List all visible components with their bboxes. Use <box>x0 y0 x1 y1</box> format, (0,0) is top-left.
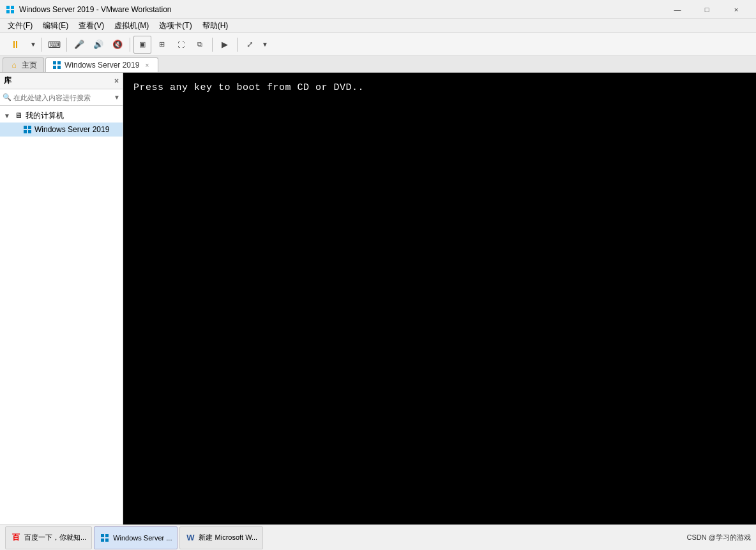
svg-rect-10 <box>24 130 27 133</box>
mute-icon: 🔇 <box>112 40 123 49</box>
tab-vm-label: Windows Server 2019 <box>64 61 139 70</box>
console-button[interactable]: ▶ <box>216 36 234 54</box>
sidebar-close-button[interactable]: × <box>114 77 119 85</box>
stretch-button[interactable]: ⤢ <box>241 36 259 54</box>
svg-rect-2 <box>6 10 10 13</box>
mic-icon: 🎤 <box>74 40 84 49</box>
vm-tree-icon <box>22 124 33 135</box>
svg-rect-13 <box>105 534 109 537</box>
main-layout: 库 × 🔍 ▼ ▼ 🖥 我的计算机 <box>0 73 756 524</box>
svg-rect-15 <box>105 539 109 542</box>
svg-rect-4 <box>53 61 56 64</box>
send-ctrl-alt-del-button[interactable]: ⌨ <box>45 36 63 54</box>
search-input[interactable] <box>13 94 112 101</box>
home-icon: ⌂ <box>10 61 19 70</box>
svg-rect-12 <box>101 534 104 537</box>
pause-icon: ⏸ <box>10 39 20 50</box>
tab-vm[interactable]: Windows Server 2019 × <box>45 57 158 72</box>
full-screen-button[interactable]: ⛶ <box>172 36 190 54</box>
taskbar-baidu[interactable]: 百 百度一下，你就知... <box>5 526 92 549</box>
pause-button[interactable]: ⏸ <box>4 36 27 54</box>
multi-monitor-button[interactable]: ⧉ <box>191 36 209 54</box>
speaker-icon: 🔊 <box>93 40 103 49</box>
svg-rect-9 <box>28 126 31 129</box>
console-icon: ▶ <box>222 40 228 49</box>
svg-rect-6 <box>53 66 56 69</box>
menu-tabs[interactable]: 选项卡(T) <box>154 19 197 33</box>
svg-rect-5 <box>57 61 61 64</box>
svg-rect-7 <box>57 66 61 69</box>
vmware-taskbar-icon <box>100 533 110 543</box>
multi-monitor-icon: ⧉ <box>197 40 202 48</box>
normal-view-button[interactable]: ▣ <box>133 36 151 54</box>
taskbar-word[interactable]: W 新建 Microsoft W... <box>179 526 263 549</box>
menu-file[interactable]: 文件(F) <box>3 19 38 33</box>
title-bar: Windows Server 2019 - VMware Workstation… <box>0 0 756 19</box>
sidebar-tree: ▼ 🖥 我的计算机 Windows Server 2019 <box>0 106 123 524</box>
window-controls: — □ × <box>663 0 751 19</box>
sidebar: 库 × 🔍 ▼ ▼ 🖥 我的计算机 <box>0 73 123 524</box>
audio-mute-button[interactable]: 🔇 <box>109 36 126 54</box>
menu-view[interactable]: 查看(V) <box>73 19 109 33</box>
taskbar-vmware-label: Windows Server ... <box>113 534 172 542</box>
vm-icon <box>52 61 61 70</box>
taskbar-word-label: 新建 Microsoft W... <box>199 533 257 542</box>
tree-root[interactable]: ▼ 🖥 我的计算机 <box>0 108 123 123</box>
tab-home-label: 主页 <box>22 60 37 71</box>
normal-view-icon: ▣ <box>139 40 146 48</box>
unity-view-icon: ⊞ <box>159 40 165 48</box>
stretch-icon: ⤢ <box>246 40 253 49</box>
window-title: Windows Server 2019 - VMware Workstation <box>19 5 663 14</box>
stretch-dropdown-button[interactable]: ▼ <box>260 36 270 54</box>
taskbar-vmware[interactable]: Windows Server ... <box>94 526 178 549</box>
taskbar: 百 百度一下，你就知... Windows Server ... W 新建 Mi… <box>0 524 756 550</box>
svg-rect-11 <box>28 130 31 133</box>
app-icon <box>5 4 15 15</box>
unity-view-button[interactable]: ⊞ <box>153 36 170 54</box>
fullscreen-icon: ⛶ <box>178 41 185 48</box>
sidebar-header: 库 × <box>0 73 123 89</box>
sidebar-search-bar: 🔍 ▼ <box>0 89 123 106</box>
svg-rect-14 <box>101 539 104 542</box>
status-csdn: CSDN @学习的游戏 <box>687 533 751 542</box>
baidu-icon: 百 <box>11 533 21 543</box>
svg-rect-1 <box>11 6 14 9</box>
separator-4 <box>212 38 213 52</box>
sidebar-title: 库 <box>4 75 11 86</box>
vm-console-area[interactable]: Press any key to boot from CD or DVD.. <box>123 73 756 524</box>
menu-bar: 文件(F) 编辑(E) 查看(V) 虚拟机(M) 选项卡(T) 帮助(H) <box>0 19 756 33</box>
menu-help[interactable]: 帮助(H) <box>197 19 234 33</box>
tab-home[interactable]: ⌂ 主页 <box>3 57 44 72</box>
tab-bar: ⌂ 主页 Windows Server 2019 × <box>0 56 756 73</box>
tree-root-label: 我的计算机 <box>26 110 64 121</box>
maximize-button[interactable]: □ <box>692 0 722 19</box>
separator-2 <box>66 38 67 52</box>
separator-3 <box>130 38 130 52</box>
audio-out-button[interactable]: 🔊 <box>89 36 107 54</box>
separator-1 <box>42 38 42 52</box>
svg-rect-3 <box>11 10 14 13</box>
tree-vm-item[interactable]: Windows Server 2019 <box>0 123 123 137</box>
search-icon: 🔍 <box>3 93 11 101</box>
tree-expand-icon: ▼ <box>4 112 11 119</box>
tree-vm-label: Windows Server 2019 <box>34 125 109 134</box>
svg-rect-8 <box>24 126 27 129</box>
taskbar-baidu-label: 百度一下，你就知... <box>24 533 86 542</box>
separator-5 <box>237 38 238 52</box>
word-icon: W <box>185 533 195 543</box>
csdn-text: CSDN @学习的游戏 <box>687 533 751 541</box>
svg-rect-0 <box>6 6 10 9</box>
computer-icon: 🖥 <box>13 110 24 121</box>
search-arrow-icon[interactable]: ▼ <box>114 94 120 101</box>
vm-console-text: Press any key to boot from CD or DVD.. <box>133 82 364 93</box>
menu-edit[interactable]: 编辑(E) <box>38 19 73 33</box>
menu-vm[interactable]: 虚拟机(M) <box>109 19 154 33</box>
toolbar: ⏸ ▼ ⌨ 🎤 🔊 🔇 ▣ ⊞ ⛶ ⧉ ▶ ⤢ ▼ <box>0 33 756 56</box>
dropdown-button[interactable]: ▼ <box>28 36 38 54</box>
minimize-button[interactable]: — <box>663 0 692 19</box>
tab-vm-close[interactable]: × <box>142 61 151 70</box>
keyboard-icon: ⌨ <box>48 40 61 50</box>
close-button[interactable]: × <box>722 0 751 19</box>
audio-in-button[interactable]: 🎤 <box>70 36 88 54</box>
